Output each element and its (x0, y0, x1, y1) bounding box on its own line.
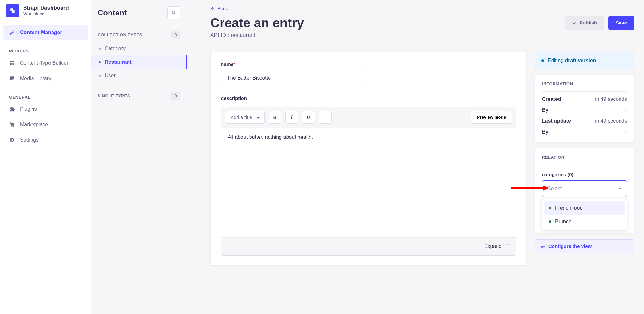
information-heading: INFORMATION (542, 81, 627, 92)
nav-content-type-builder[interactable]: Content-Type Builder (3, 55, 88, 71)
nav-heading-general: GENERAL (0, 89, 91, 101)
info-created-value: in 49 seconds (595, 96, 627, 102)
collection-label: User (105, 73, 116, 79)
nav-marketplace[interactable]: Marketplace (3, 117, 88, 132)
dropdown-option-french-food[interactable]: French food (544, 201, 625, 215)
categories-dropdown: French food Brunch (542, 199, 627, 231)
arrow-left-icon (210, 6, 215, 11)
collection-item-category[interactable]: Category (91, 42, 187, 55)
nav-heading-plugins: PLUGINS (0, 43, 91, 55)
nav-media-library[interactable]: Media Library (3, 71, 88, 86)
info-by2-key: By (542, 129, 548, 135)
bold-button[interactable]: B (269, 111, 281, 124)
back-link[interactable]: Back (210, 6, 228, 11)
option-label: French food (555, 205, 582, 211)
right-sidebar: Editing draft version INFORMATION Create… (535, 52, 634, 253)
heading-select-label: Add a title (231, 114, 252, 120)
left-navigation: Strapi Dashboard Workplace Content Manag… (0, 0, 91, 314)
expand-icon (505, 244, 510, 249)
search-button[interactable] (167, 6, 180, 19)
collection-label: Restaurant (105, 59, 132, 65)
content-panel-title: Content (98, 8, 127, 17)
sliders-icon (540, 244, 545, 249)
expand-button[interactable]: Expand (484, 243, 510, 249)
italic-button[interactable]: I (285, 111, 298, 124)
back-label: Back (217, 6, 228, 11)
draft-status-alert: Editing draft version (535, 52, 634, 69)
dropdown-option-brunch[interactable]: Brunch (544, 215, 625, 228)
configure-view-button[interactable]: Configure the view (535, 239, 634, 253)
info-by-key: By (542, 107, 548, 113)
nav-plugins[interactable]: Plugins (3, 101, 88, 117)
single-heading: SINGLE TYPES (98, 93, 130, 98)
preview-mode-button[interactable]: Preview mode (471, 111, 512, 124)
bullet-icon (99, 75, 101, 77)
description-editor: Add a title B I U ··· Preview mode All a… (221, 107, 516, 256)
main-area: Back Create an entry API ID : restaurant… (187, 0, 644, 314)
collection-heading: COLLECTION TYPES (98, 33, 142, 37)
publish-button[interactable]: Publish (565, 16, 604, 30)
information-card: INFORMATION Createdin 49 seconds By- Las… (535, 75, 634, 142)
app-subtitle: Workplace (23, 11, 44, 16)
page-title: Create an entry (210, 16, 304, 30)
nav-label: Settings (20, 137, 39, 143)
brand-block: Strapi Dashboard Workplace (0, 0, 91, 22)
puzzle-icon (9, 106, 15, 112)
gear-icon (9, 137, 15, 143)
description-textarea[interactable]: All about butter, nothing about health. (221, 128, 516, 237)
nav-label: Marketplace (20, 122, 48, 128)
nav-settings[interactable]: Settings (3, 132, 88, 148)
expand-label: Expand (484, 243, 502, 249)
info-lastupdate-value: in 49 seconds (595, 118, 627, 124)
cart-icon (9, 121, 15, 128)
info-by2-value: - (625, 129, 627, 135)
status-prefix: Editing (548, 58, 565, 63)
configure-label: Configure the view (548, 243, 592, 249)
divider (98, 25, 180, 25)
status-bold: draft version (565, 58, 596, 63)
bullet-icon (99, 61, 101, 63)
name-input[interactable] (221, 70, 366, 86)
check-icon (573, 21, 577, 25)
status-dot-icon (549, 220, 551, 223)
collection-item-user[interactable]: User (91, 69, 187, 82)
info-created-key: Created (542, 96, 561, 102)
info-by-value: - (625, 107, 627, 113)
editor-toolbar: Add a title B I U ··· Preview mode (221, 107, 516, 128)
description-label: description (221, 95, 516, 101)
relation-card: RELATION categories (0) Select French fo… (535, 148, 634, 233)
caret-down-icon (618, 188, 621, 191)
nav-label: Media Library (20, 76, 51, 81)
status-dot-icon (549, 207, 551, 209)
underline-button[interactable]: U (302, 111, 315, 124)
publish-label: Publish (580, 20, 597, 25)
nav-label: Content-Type Builder (20, 60, 68, 66)
layout-icon (9, 60, 15, 66)
bullet-icon (99, 48, 101, 50)
info-lastupdate-key: Last update (542, 118, 571, 124)
content-panel: Content COLLECTION TYPES 3 Category Rest… (91, 0, 187, 314)
app-title: Strapi Dashboard (23, 5, 69, 11)
collection-count-badge: 3 (171, 31, 180, 39)
save-button[interactable]: Save (608, 16, 634, 30)
nav-content-manager[interactable]: Content Manager (3, 25, 88, 40)
relation-heading: RELATION (542, 155, 627, 165)
single-count-badge: 0 (171, 92, 180, 100)
collection-item-restaurant[interactable]: Restaurant (91, 55, 187, 69)
save-label: Save (616, 20, 627, 25)
status-dot-icon (541, 59, 544, 62)
strapi-logo-icon (6, 4, 19, 17)
image-icon (9, 75, 15, 82)
name-label: name* (221, 62, 516, 67)
heading-select[interactable]: Add a title (225, 111, 265, 124)
nav-label: Plugins (20, 106, 37, 112)
more-formatting-button[interactable]: ··· (319, 111, 332, 124)
categories-select[interactable]: Select (542, 180, 627, 197)
editor-card: name* description Add a title B I U (210, 52, 527, 266)
nav-label: Content Manager (20, 30, 62, 35)
option-label: Brunch (555, 219, 572, 224)
categories-label: categories (0) (542, 172, 627, 177)
select-placeholder: Select (547, 186, 562, 192)
pencil-icon (9, 29, 15, 36)
api-id-label: API ID : restaurant (210, 32, 304, 39)
